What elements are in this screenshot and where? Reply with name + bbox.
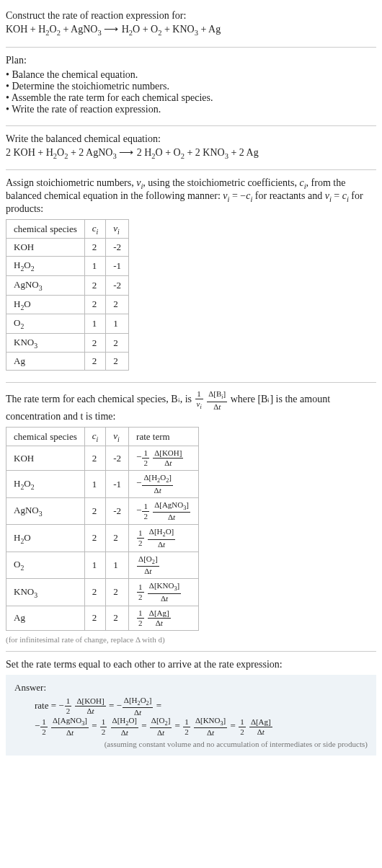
balanced-equation: 2 KOH + H2O2 + 2 AgNO3 ⟶ 2 H2O + O2 + 2 …: [6, 145, 376, 163]
balanced-title: Write the balanced chemical equation:: [6, 133, 376, 145]
plan-item: Write the rate of reaction expression.: [6, 104, 376, 115]
cell-c: 2: [84, 239, 106, 257]
cell-v: 2: [106, 606, 129, 630]
cell-c: 2: [84, 579, 106, 606]
table-row: AgNO32-2: [6, 275, 129, 295]
col-v: νi: [106, 219, 129, 239]
cell-c: 1: [84, 552, 106, 578]
table-row: AgNO3 2 -2 −12 Δ[AgNO3]Δt: [6, 497, 199, 524]
set-equal-section: Set the rate terms equal to each other t…: [6, 655, 376, 675]
col-rate: rate term: [129, 427, 199, 446]
cell-v: -2: [106, 275, 129, 295]
table-row: O2 1 1 Δ[O2]Δt: [6, 552, 199, 578]
separator: [6, 47, 376, 48]
cell-c: 1: [84, 314, 106, 334]
cell-rate: Δ[O2]Δt: [129, 552, 199, 578]
cell-c: 2: [84, 446, 106, 471]
assign-section: Assign stoichiometric numbers, νi, using…: [6, 173, 376, 379]
cell-rate: −12 Δ[AgNO3]Δt: [129, 497, 199, 524]
separator: [6, 125, 376, 126]
table-row: H2O 2 2 12 Δ[H2O]Δt: [6, 525, 199, 552]
plan-title: Plan:: [6, 55, 376, 66]
col-c: ci: [84, 427, 106, 446]
cell-v: 1: [106, 552, 129, 578]
cell-species: AgNO3: [6, 275, 85, 295]
table-row: Ag22: [6, 353, 129, 371]
table-row: O211: [6, 314, 129, 334]
cell-species: AgNO3: [6, 497, 85, 524]
separator: [6, 169, 376, 170]
table-row: KOH2-2: [6, 239, 129, 257]
cell-species: KOH: [6, 446, 85, 471]
cell-c: 1: [84, 257, 106, 276]
cell-species: KNO3: [6, 579, 85, 606]
infinitesimal-note: (for infinitesimal rate of change, repla…: [6, 635, 376, 644]
answer-box: Answer: rate = −12 Δ[KOH]Δt = −Δ[H2O2]Δt…: [6, 675, 376, 756]
cell-v: 2: [106, 353, 129, 371]
rate-term-text-a: The rate term for each chemical species,…: [6, 394, 195, 405]
table-row: Ag 2 2 12 Δ[Ag]Δt: [6, 606, 199, 630]
cell-v: -2: [106, 446, 129, 471]
cell-v: 2: [106, 525, 129, 552]
table-row: KOH 2 -2 −12 Δ[KOH]Δt: [6, 446, 199, 471]
table-header-row: chemical species ci νi rate term: [6, 427, 199, 446]
table-row: KNO3 2 2 12 Δ[KNO3]Δt: [6, 579, 199, 606]
plan-item: Determine the stoichiometric numbers.: [6, 81, 376, 92]
cell-c: 2: [84, 525, 106, 552]
cell-c: 2: [84, 353, 106, 371]
answer-note: (assuming constant volume and no accumul…: [14, 740, 368, 748]
cell-c: 2: [84, 333, 106, 353]
answer-equation: rate = −12 Δ[KOH]Δt = −Δ[H2O2]Δt = −12 Δ…: [14, 696, 368, 738]
cell-v: -2: [106, 497, 129, 524]
cell-species: H2O2: [6, 471, 85, 497]
cell-species: Ag: [6, 353, 85, 371]
table-row: H2O22: [6, 295, 129, 314]
col-v: νi: [106, 427, 129, 446]
table-row: H2O2 1 -1 −Δ[H2O2]Δt: [6, 471, 199, 497]
table-header-row: chemical species ci νi: [6, 219, 129, 239]
cell-c: 1: [84, 471, 106, 497]
unbalanced-equation: KOH + H2O2 + AgNO3 ⟶ H2O + O2 + KNO3 + A…: [6, 22, 376, 40]
separator: [6, 651, 376, 652]
cell-v: -2: [106, 239, 129, 257]
col-species: chemical species: [6, 219, 85, 239]
cell-species: H2O2: [6, 257, 85, 276]
cell-species: KNO3: [6, 333, 85, 353]
col-c: ci: [84, 219, 106, 239]
cell-v: 1: [106, 314, 129, 334]
plan-list: Balance the chemical equation. Determine…: [6, 69, 376, 115]
cell-rate: 12 Δ[KNO3]Δt: [129, 579, 199, 606]
cell-species: Ag: [6, 606, 85, 630]
cell-rate: −12 Δ[KOH]Δt: [129, 446, 199, 471]
intro-section: Construct the rate of reaction expressio…: [6, 6, 376, 44]
table-row: H2O21-1: [6, 257, 129, 276]
rate-term-section: The rate term for each chemical species,…: [6, 386, 376, 647]
plan-item: Assemble the rate term for each chemical…: [6, 92, 376, 104]
cell-species: O2: [6, 552, 85, 578]
cell-species: H2O: [6, 295, 85, 314]
cell-v: 2: [106, 295, 129, 314]
cell-species: KOH: [6, 239, 85, 257]
rate-term-table: chemical species ci νi rate term KOH 2 -…: [6, 427, 199, 631]
balanced-section: Write the balanced chemical equation: 2 …: [6, 129, 376, 167]
plan-item: Balance the chemical equation.: [6, 69, 376, 81]
answer-label: Answer:: [14, 682, 368, 694]
cell-c: 2: [84, 497, 106, 524]
cell-c: 2: [84, 295, 106, 314]
cell-v: -1: [106, 471, 129, 497]
rate-term-text: The rate term for each chemical species,…: [6, 390, 376, 422]
cell-v: 2: [106, 333, 129, 353]
cell-rate: 12 Δ[Ag]Δt: [129, 606, 199, 630]
construct-text: Construct the rate of reaction expressio…: [6, 10, 376, 22]
cell-rate: −Δ[H2O2]Δt: [129, 471, 199, 497]
col-species: chemical species: [6, 427, 85, 446]
assign-text: Assign stoichiometric numbers, νi, using…: [6, 177, 376, 215]
table-row: KNO322: [6, 333, 129, 353]
cell-v: -1: [106, 257, 129, 276]
separator: [6, 382, 376, 383]
cell-species: H2O: [6, 525, 85, 552]
cell-rate: 12 Δ[H2O]Δt: [129, 525, 199, 552]
cell-species: O2: [6, 314, 85, 334]
cell-c: 2: [84, 275, 106, 295]
stoich-table: chemical species ci νi KOH2-2 H2O21-1 Ag…: [6, 219, 129, 371]
